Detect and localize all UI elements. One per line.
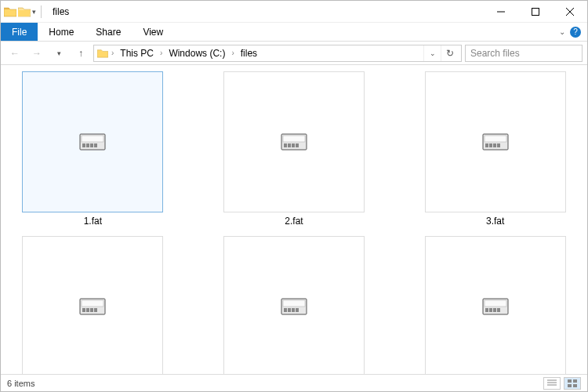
file-thumbnail: [223, 71, 365, 212]
breadcrumb[interactable]: › This PC › Windows (C:) › files ⌄ ↻: [93, 45, 462, 62]
svg-rect-27: [94, 308, 97, 312]
svg-rect-18: [485, 143, 488, 147]
svg-rect-24: [82, 308, 85, 312]
file-thumbnail: [425, 236, 566, 374]
chevron-right-icon[interactable]: ›: [110, 49, 115, 57]
folder-open-icon: [18, 6, 31, 17]
svg-rect-29: [283, 300, 305, 307]
crumb-folder[interactable]: files: [238, 48, 260, 59]
thumbnails-view-button[interactable]: [564, 377, 581, 390]
drive-icon: [482, 298, 509, 315]
chevron-right-icon[interactable]: ›: [158, 49, 164, 57]
svg-rect-32: [292, 308, 295, 312]
folder-icon: [4, 6, 16, 17]
tab-file[interactable]: File: [1, 23, 38, 41]
drive-icon: [79, 298, 106, 315]
svg-rect-30: [284, 308, 287, 312]
drive-icon: [79, 133, 106, 151]
back-button[interactable]: ←: [5, 44, 24, 63]
file-thumbnail: [22, 236, 163, 374]
window-title: files: [53, 6, 69, 17]
file-thumbnail: [223, 236, 365, 374]
item-count: 6 items: [7, 379, 34, 388]
svg-rect-44: [573, 379, 577, 383]
svg-rect-19: [489, 143, 492, 147]
file-item[interactable]: 5.fat: [213, 236, 376, 374]
file-list[interactable]: 1.fat 2.fat 3.fat: [1, 65, 587, 374]
svg-rect-9: [94, 143, 97, 147]
tab-home[interactable]: Home: [38, 23, 85, 41]
file-thumbnail: [22, 71, 163, 212]
qat-overflow-icon[interactable]: ▾: [32, 8, 36, 16]
svg-rect-15: [296, 143, 299, 147]
drive-icon: [281, 133, 307, 151]
svg-rect-23: [82, 300, 103, 307]
details-view-button[interactable]: [543, 377, 561, 390]
drive-icon: [482, 133, 509, 151]
up-button[interactable]: ↑: [71, 44, 90, 63]
file-thumbnail: [425, 71, 566, 212]
crumb-this-pc[interactable]: This PC: [117, 48, 157, 59]
file-name: 2.fat: [285, 216, 303, 227]
svg-rect-43: [568, 379, 572, 383]
forward-button[interactable]: →: [27, 44, 46, 63]
help-icon[interactable]: ?: [570, 27, 581, 38]
file-item[interactable]: 3.fat: [414, 71, 576, 227]
ribbon: File Home Share View ⌄ ?: [1, 23, 587, 42]
tab-share[interactable]: Share: [85, 23, 132, 41]
svg-rect-21: [497, 143, 500, 147]
file-item[interactable]: 2.fat: [213, 71, 376, 227]
maximize-button[interactable]: [518, 1, 553, 23]
svg-rect-45: [568, 384, 572, 387]
svg-rect-39: [497, 308, 500, 312]
svg-rect-20: [493, 143, 496, 147]
svg-rect-7: [86, 143, 89, 147]
history-dropdown-button[interactable]: ⌄: [423, 45, 441, 61]
svg-rect-46: [573, 384, 577, 387]
svg-rect-26: [90, 308, 93, 312]
svg-rect-6: [82, 143, 85, 147]
svg-rect-31: [288, 308, 291, 312]
svg-rect-25: [86, 308, 89, 312]
svg-rect-11: [283, 136, 305, 142]
file-item[interactable]: 1.fat: [12, 71, 174, 227]
svg-rect-38: [493, 308, 496, 312]
close-button[interactable]: [553, 1, 587, 23]
file-name: 3.fat: [486, 216, 504, 227]
file-name: 1.fat: [84, 216, 102, 227]
recent-locations-button[interactable]: ▾: [49, 44, 68, 63]
svg-rect-13: [288, 143, 291, 147]
file-item[interactable]: 4.fat: [12, 236, 174, 374]
address-bar: ← → ▾ ↑ › This PC › Windows (C:) › files…: [1, 42, 587, 65]
folder-icon: [97, 49, 108, 58]
svg-rect-1: [532, 8, 539, 15]
svg-rect-36: [485, 308, 488, 312]
refresh-button[interactable]: ↻: [441, 45, 458, 61]
svg-rect-35: [485, 300, 506, 307]
svg-rect-14: [292, 143, 295, 147]
search-input[interactable]: Search files: [465, 45, 583, 62]
svg-rect-8: [90, 143, 93, 147]
titlebar: ▾ files: [1, 1, 587, 23]
svg-rect-17: [485, 136, 506, 142]
minimize-button[interactable]: [484, 1, 518, 23]
chevron-right-icon[interactable]: ›: [230, 49, 235, 57]
status-bar: 6 items: [1, 374, 587, 391]
svg-rect-5: [82, 136, 103, 142]
file-item[interactable]: 6.fat: [414, 236, 576, 374]
svg-rect-33: [296, 308, 299, 312]
svg-rect-12: [284, 143, 287, 147]
crumb-drive[interactable]: Windows (C:): [165, 48, 228, 59]
ribbon-expand-icon[interactable]: ⌄: [559, 27, 565, 36]
svg-rect-37: [489, 308, 492, 312]
tab-view[interactable]: View: [132, 23, 174, 41]
drive-icon: [281, 298, 307, 315]
